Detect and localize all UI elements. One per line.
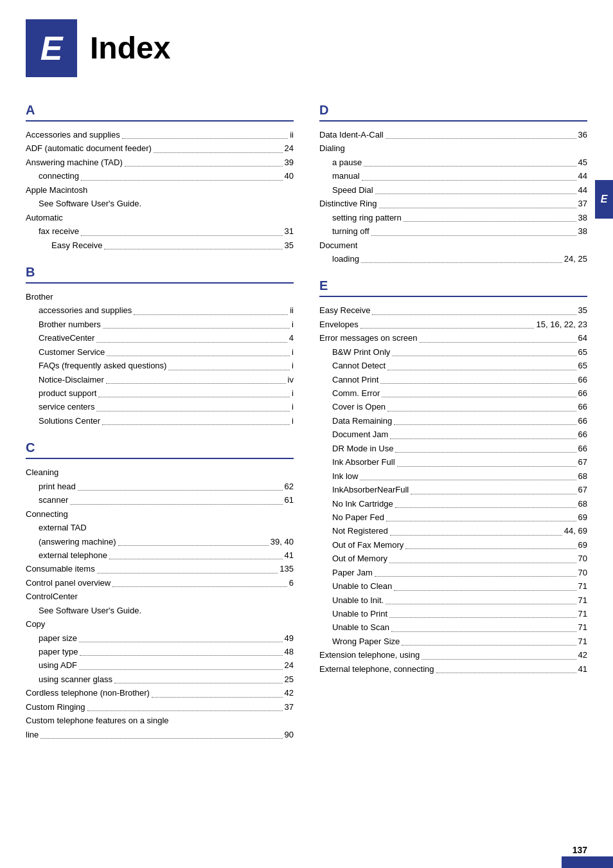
entry-text: Unable to Clean [332, 579, 392, 593]
entry-text: using scanner glass [39, 673, 112, 686]
entry-text: Cannot Print [332, 373, 378, 386]
index-entry: Automatic [26, 211, 294, 224]
page-header: E Index [0, 0, 613, 90]
entry-dots [371, 235, 576, 236]
entry-page: 71 [578, 620, 587, 634]
entry-page: 44, 69 [564, 524, 587, 538]
index-entry: No Ink Cartridge68 [319, 497, 587, 511]
entry-text: Easy Receive [51, 239, 102, 252]
index-entry: using ADF24 [26, 658, 294, 672]
entry-text: Control panel overview [26, 576, 111, 590]
entry-page: 15, 16, 22, 23 [536, 318, 587, 331]
entry-text: service centers [39, 400, 94, 413]
entry-text: Notice-Disclaimer [39, 373, 104, 386]
index-entry: Envelopes15, 16, 22, 23 [319, 318, 587, 331]
entry-page: 67 [578, 483, 587, 496]
entry-page: 71 [578, 593, 587, 607]
entry-page: 4 [289, 331, 294, 345]
entry-dots [380, 383, 576, 384]
entry-page: 90 [285, 728, 294, 741]
entry-text: loading [332, 252, 359, 266]
entry-dots [96, 342, 287, 343]
entry-text: Wrong Paper Size [332, 635, 400, 648]
entry-dots [97, 573, 278, 574]
index-entry: Comm. Error66 [319, 386, 587, 400]
entry-page: 25 [285, 673, 294, 686]
index-entry: Error messages on screen64 [319, 331, 587, 345]
entry-text: using ADF [39, 658, 77, 672]
entry-page: 66 [578, 414, 587, 428]
entry-text: Speed Dial [332, 183, 373, 197]
entry-dots [81, 235, 283, 236]
section-header-C: C [26, 440, 294, 459]
index-entry: a pause45 [319, 156, 587, 169]
entry-page: 71 [578, 607, 587, 620]
entry-dots [372, 314, 576, 315]
entry-page: 61 [285, 493, 294, 507]
entry-dots [40, 738, 282, 739]
entry-dots [78, 490, 283, 491]
entry-dots [104, 249, 282, 249]
entry-dots [118, 545, 269, 546]
index-entry: Answering machine (TAD)39 [26, 156, 294, 169]
entry-text: Paper Jam [332, 566, 373, 579]
right-section-tab: E [595, 180, 613, 219]
index-entry: connecting40 [26, 169, 294, 183]
entry-page: 39, 40 [271, 535, 294, 548]
entry-dots [382, 397, 576, 397]
entry-page: 70 [578, 552, 587, 565]
entry-page: i [292, 414, 294, 428]
index-entry: service centersi [26, 400, 294, 413]
index-entry: Unable to Scan71 [319, 620, 587, 634]
entry-page: 66 [578, 442, 587, 455]
entry-page: ii [290, 128, 294, 141]
entry-text: Ink low [332, 469, 358, 483]
entry-text: connecting [39, 169, 79, 183]
entry-text: Out of Fax Memory [332, 538, 404, 552]
entry-page: 66 [578, 428, 587, 441]
entry-page: 42 [285, 686, 294, 700]
entry-text: turning off [332, 224, 369, 238]
entry-text: ControlCenter [26, 590, 78, 603]
entry-page: 44 [578, 183, 587, 197]
entry-page: i [292, 318, 294, 331]
entry-text: ADF (automatic document feeder) [26, 141, 152, 155]
entry-page: i [292, 400, 294, 413]
entry-text: Dialing [319, 141, 345, 155]
entry-text: fax receive [39, 224, 79, 238]
entry-text: Cleaning [26, 466, 58, 479]
index-entry: Cleaning [26, 466, 294, 479]
entry-dots [386, 604, 576, 604]
entry-dots [125, 166, 283, 167]
entry-page: 69 [578, 538, 587, 552]
index-entry: Data Ident-A-Call36 [319, 128, 587, 141]
index-entry: ADF (automatic document feeder)24 [26, 141, 294, 155]
entry-page: i [292, 359, 294, 372]
index-entry: B&W Print Only65 [319, 345, 587, 359]
entry-page: 44 [578, 169, 587, 183]
index-entry: FAQs (frequently asked questions)i [26, 359, 294, 372]
index-entry: Apple Macintosh [26, 183, 294, 197]
entry-page: 62 [285, 480, 294, 493]
entry-text: (answering machine) [39, 535, 116, 548]
entry-text: See Software User's Guide. [39, 197, 141, 210]
index-entry: Customer Servicei [26, 345, 294, 359]
entry-dots [98, 397, 290, 397]
entry-dots [70, 504, 282, 505]
main-content: AAccessories and suppliesiiADF (automati… [0, 90, 613, 741]
entry-page: 66 [578, 373, 587, 386]
index-entry: product supporti [26, 386, 294, 400]
entry-text: No Ink Cartridge [332, 497, 393, 511]
entry-dots [96, 411, 290, 411]
entry-dots [391, 631, 576, 632]
entry-page: 135 [280, 562, 294, 575]
index-entry: paper size49 [26, 631, 294, 645]
entry-page: 24, 25 [564, 252, 587, 266]
entry-page: i [292, 345, 294, 359]
entry-text: Custom Ringing [26, 700, 85, 714]
index-entry: Data Remaining66 [319, 414, 587, 428]
entry-page: 66 [578, 386, 587, 400]
index-entry: Easy Receive35 [319, 303, 587, 317]
index-entry: Connecting [26, 507, 294, 521]
index-entry: Ink low68 [319, 469, 587, 483]
